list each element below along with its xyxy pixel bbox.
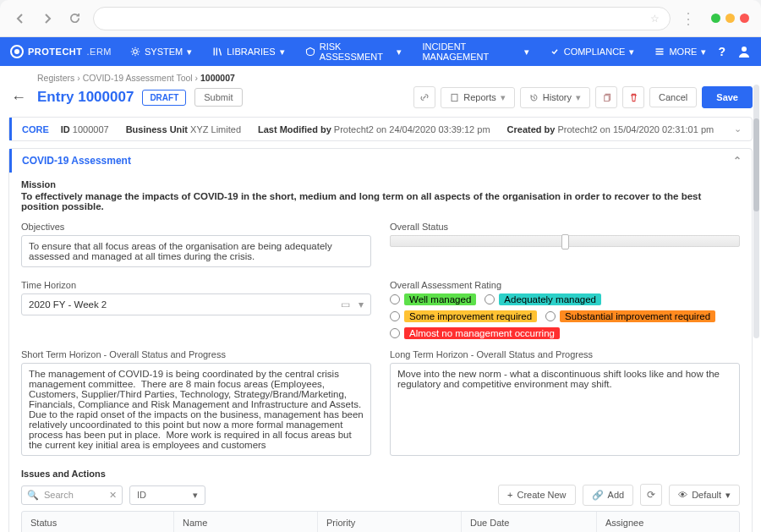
- long-label: Long Term Horizon - Overall Status and P…: [390, 349, 740, 359]
- add-button[interactable]: 🔗Add: [583, 485, 634, 506]
- objectives-input[interactable]: [21, 235, 371, 267]
- brand-logo[interactable]: PROTECHT.ERM: [10, 45, 112, 58]
- cancel-button[interactable]: Cancel: [649, 87, 697, 107]
- col-name[interactable]: Name: [174, 512, 318, 532]
- browser-back[interactable]: [12, 10, 29, 27]
- rating-adequately-managed[interactable]: Adequately managed: [485, 293, 601, 305]
- issues-table-header: Status Name Priority Due Date Assignee: [21, 511, 740, 532]
- nav-compliance[interactable]: COMPLIANCE▾: [541, 37, 643, 66]
- browser-menu-icon[interactable]: ⋮: [681, 9, 694, 28]
- submit-button[interactable]: Submit: [194, 88, 242, 107]
- chevron-down-icon: ▾: [576, 92, 581, 103]
- chevron-down-icon: ▾: [193, 490, 198, 501]
- draft-badge: DRAFT: [142, 90, 186, 106]
- chevron-down-icon: ▾: [397, 47, 402, 58]
- help-icon[interactable]: ?: [718, 45, 725, 58]
- nav-system[interactable]: SYSTEM▾: [122, 37, 200, 66]
- issues-id-select[interactable]: ID▾: [129, 485, 205, 505]
- collapse-icon[interactable]: ⌃: [733, 155, 742, 167]
- issues-search[interactable]: 🔍Search✕: [21, 485, 123, 505]
- search-icon: 🔍: [27, 490, 39, 501]
- time-select[interactable]: 2020 FY - Week 2 ▭▾: [21, 293, 371, 315]
- reports-button[interactable]: Reports▾: [441, 87, 515, 108]
- rating-well-managed[interactable]: Well managed: [390, 293, 476, 305]
- plus-icon: +: [507, 490, 512, 500]
- svg-rect-2: [452, 94, 457, 101]
- issues-heading: Issues and Actions: [21, 469, 740, 479]
- scrollbar[interactable]: [753, 85, 759, 338]
- chevron-down-icon: ▾: [701, 47, 706, 58]
- link-icon[interactable]: [413, 86, 435, 108]
- nav-risk[interactable]: RISK ASSESSMENT▾: [297, 37, 411, 66]
- rating-some-improvement[interactable]: Some improvement required: [390, 310, 537, 322]
- objectives-label: Objectives: [21, 222, 371, 232]
- svg-point-0: [134, 50, 138, 54]
- col-status[interactable]: Status: [22, 512, 174, 532]
- chevron-down-icon: ▾: [629, 47, 634, 58]
- long-term-input[interactable]: [390, 363, 740, 456]
- history-button[interactable]: History▾: [520, 87, 590, 108]
- core-header[interactable]: CORE ID 1000007 Business Unit XYZ Limite…: [9, 118, 752, 140]
- svg-rect-3: [604, 95, 609, 101]
- nav-libraries[interactable]: LIBRARIES▾: [204, 37, 293, 66]
- copy-icon[interactable]: [595, 86, 617, 108]
- mission-label: Mission: [21, 179, 740, 189]
- nav-incident[interactable]: INCIDENT MANAGEMENT▾: [413, 37, 537, 66]
- window-close-icon: [740, 14, 749, 23]
- svg-point-1: [742, 47, 747, 52]
- page-title: Entry 1000007: [37, 89, 134, 106]
- brand-icon: [10, 45, 24, 58]
- mission-text: To effectively manage the impacts of COV…: [21, 191, 740, 211]
- status-label: Overall Status: [390, 222, 740, 232]
- window-max-icon: [725, 14, 735, 23]
- short-label: Short Term Horizon - Overall Status and …: [21, 349, 371, 359]
- brand-name: PROTECHT: [28, 47, 83, 57]
- rating-substantial-improvement[interactable]: Substantial improvement required: [545, 310, 715, 322]
- create-new-button[interactable]: +Create New: [498, 485, 576, 505]
- chevron-down-icon[interactable]: ▾: [359, 299, 364, 310]
- window-min-icon: [711, 14, 720, 23]
- status-slider[interactable]: [390, 235, 740, 247]
- brand-sub: .ERM: [87, 47, 112, 57]
- url-bar[interactable]: ☆: [93, 7, 671, 30]
- col-assignee[interactable]: Assignee: [597, 512, 739, 532]
- save-button[interactable]: Save: [702, 86, 753, 108]
- refresh-icon[interactable]: ⟳: [640, 484, 662, 506]
- link-icon: 🔗: [592, 490, 604, 501]
- clear-icon[interactable]: ▭: [341, 299, 350, 310]
- short-term-input[interactable]: [21, 363, 371, 456]
- col-due[interactable]: Due Date: [462, 512, 597, 532]
- clear-icon[interactable]: ✕: [109, 490, 117, 501]
- rating-no-management[interactable]: Almost no management occurring: [390, 327, 560, 339]
- delete-icon[interactable]: [622, 86, 644, 108]
- chevron-down-icon: ▾: [725, 490, 731, 501]
- assessment-header[interactable]: COVID-19 Assessment ⌃: [9, 149, 752, 173]
- rating-label: Overall Assessment Rating: [390, 280, 740, 290]
- col-priority[interactable]: Priority: [318, 512, 462, 532]
- nav-more[interactable]: MORE▾: [646, 37, 714, 66]
- browser-forward[interactable]: [39, 10, 56, 27]
- default-button[interactable]: 👁Default▾: [669, 485, 740, 506]
- slider-thumb[interactable]: [561, 234, 569, 250]
- time-label: Time Horizon: [21, 280, 371, 290]
- breadcrumb: Registers › COVID-19 Assessment Tool › 1…: [8, 66, 753, 85]
- back-arrow-icon[interactable]: ←: [8, 89, 29, 107]
- user-icon[interactable]: [737, 45, 751, 58]
- scroll-thumb[interactable]: [753, 118, 759, 211]
- chevron-down-icon: ▾: [187, 47, 192, 58]
- chevron-down-icon: ▾: [501, 92, 506, 103]
- browser-reload[interactable]: [66, 10, 83, 27]
- star-icon[interactable]: ☆: [650, 13, 660, 25]
- chevron-down-icon: ▾: [280, 47, 285, 58]
- binoculars-icon: 👁: [678, 490, 687, 500]
- chevron-down-icon: ▾: [524, 47, 529, 58]
- collapse-icon[interactable]: ⌄: [734, 123, 742, 134]
